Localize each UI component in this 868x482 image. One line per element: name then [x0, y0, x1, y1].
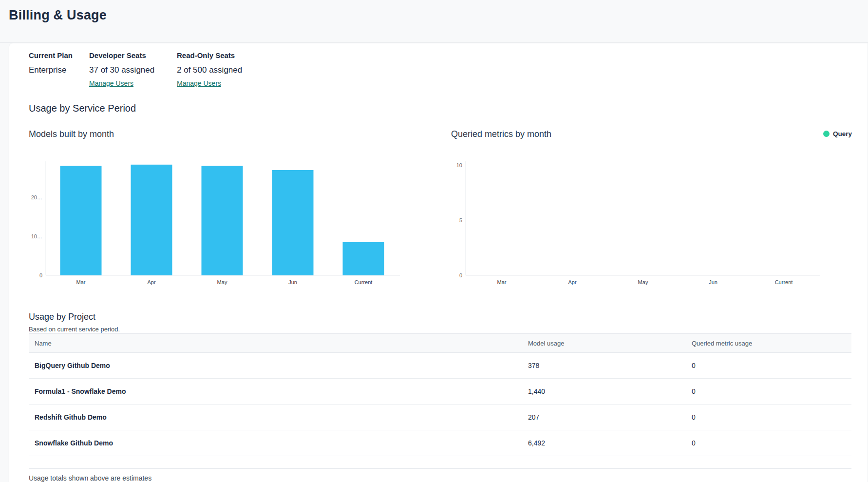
- plan-summary: Current Plan Enterprise Developer Seats …: [29, 51, 242, 87]
- query-legend-label: Query: [833, 130, 852, 137]
- developer-seats-column: Developer Seats 37 of 30 assigned Manage…: [89, 51, 168, 87]
- table-bottom-spacer: [29, 456, 851, 469]
- x-tick-label: Current: [355, 279, 373, 285]
- usage-by-project-heading: Usage by Project: [29, 312, 95, 322]
- column-header: Name: [29, 340, 528, 347]
- usage-value-cell: 6,492: [528, 439, 692, 447]
- project-name-cell: BigQuery Github Demo: [29, 362, 528, 369]
- models-chart-title: Models built by month: [29, 129, 114, 139]
- y-tick-label: 0: [39, 272, 42, 278]
- table-row: BigQuery Github Demo3780: [29, 353, 851, 379]
- bar: [131, 165, 172, 275]
- bar: [272, 170, 314, 275]
- table-header-row: NameModel usageQueried metric usage: [29, 333, 851, 353]
- column-header: Queried metric usage: [692, 340, 851, 347]
- usage-value-cell: 1,440: [528, 387, 692, 395]
- manage-users-link-developer[interactable]: Manage Users: [89, 79, 133, 87]
- usage-value-cell: 0: [692, 362, 851, 369]
- table-row: Formula1 - Snowflake Demo1,4400: [29, 379, 851, 405]
- readonly-seats-label: Read-Only Seats: [177, 51, 242, 59]
- y-tick-label: 0: [459, 272, 462, 278]
- y-tick-label: 10…: [31, 233, 42, 239]
- queried-metrics-chart: 0510MarAprMayJunCurrent: [449, 147, 833, 288]
- x-tick-label: Apr: [147, 279, 155, 285]
- usage-by-project-subtitle: Based on current service period.: [29, 326, 120, 333]
- readonly-seats-column: Read-Only Seats 2 of 500 assigned Manage…: [177, 51, 242, 87]
- y-tick-label: 5: [459, 217, 462, 223]
- x-tick-label: Jun: [709, 279, 717, 285]
- developer-seats-label: Developer Seats: [89, 51, 168, 59]
- x-tick-label: May: [638, 279, 648, 285]
- query-legend: Query: [823, 130, 852, 137]
- y-tick-label: 20…: [31, 194, 42, 200]
- current-plan-value: Enterprise: [29, 65, 89, 75]
- usage-estimates-footnote: Usage totals shown above are estimates: [29, 474, 151, 482]
- usage-by-project-table: NameModel usageQueried metric usage BigQ…: [29, 333, 851, 469]
- bar: [202, 166, 243, 275]
- x-tick-label: Apr: [568, 279, 576, 285]
- x-tick-label: Jun: [288, 279, 297, 285]
- usage-value-cell: 0: [692, 439, 851, 447]
- project-name-cell: Formula1 - Snowflake Demo: [29, 387, 528, 395]
- x-tick-label: May: [217, 279, 227, 285]
- query-legend-dot-icon: [823, 131, 830, 137]
- project-name-cell: Snowflake Github Demo: [29, 439, 528, 447]
- manage-users-link-readonly[interactable]: Manage Users: [177, 79, 221, 87]
- bar: [60, 166, 102, 275]
- current-plan-column: Current Plan Enterprise: [29, 51, 89, 87]
- usage-value-cell: 0: [692, 387, 851, 395]
- usage-value-cell: 207: [528, 413, 692, 421]
- table-row: Snowflake Github Demo6,4920: [29, 430, 851, 456]
- usage-value-cell: 0: [692, 413, 851, 421]
- project-name-cell: Redshift Github Demo: [29, 413, 528, 421]
- y-tick-label: 10: [456, 162, 462, 168]
- column-header: Model usage: [528, 340, 692, 347]
- usage-by-service-period-heading: Usage by Service Period: [29, 103, 136, 114]
- x-tick-label: Mar: [497, 279, 507, 285]
- metrics-chart-title: Queried metrics by month: [451, 129, 551, 139]
- developer-seats-value: 37 of 30 assigned: [89, 65, 168, 75]
- x-tick-label: Current: [775, 279, 793, 285]
- top-header-bar: Billing & Usage: [0, 0, 868, 43]
- bar: [343, 242, 384, 275]
- page-title: Billing & Usage: [9, 8, 107, 23]
- billing-card: Current Plan Enterprise Developer Seats …: [9, 43, 868, 482]
- current-plan-label: Current Plan: [29, 51, 89, 59]
- x-tick-label: Mar: [76, 279, 86, 285]
- models-built-chart: 010…20…MarAprMayJunCurrent: [29, 147, 404, 288]
- readonly-seats-value: 2 of 500 assigned: [177, 65, 242, 75]
- table-row: Redshift Github Demo2070: [29, 405, 851, 430]
- usage-table-body: BigQuery Github Demo3780Formula1 - Snowf…: [29, 353, 851, 456]
- usage-value-cell: 378: [528, 362, 692, 369]
